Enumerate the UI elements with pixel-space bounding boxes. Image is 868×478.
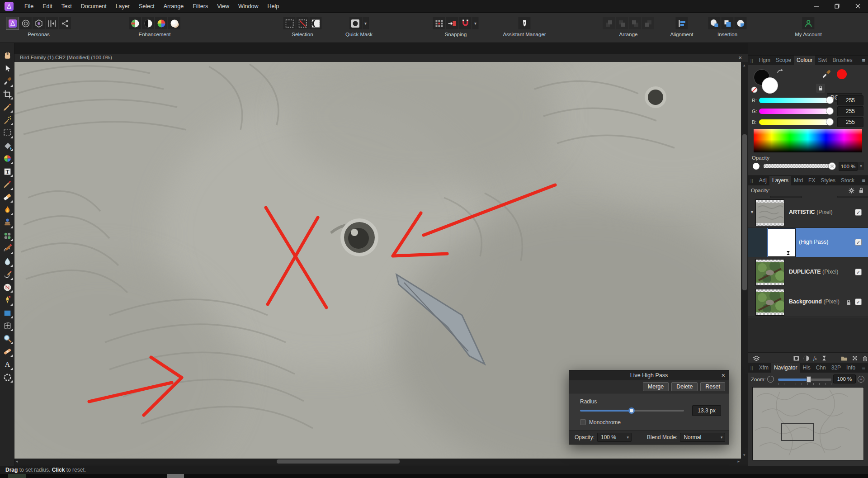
pen-tool[interactable] <box>2 295 12 305</box>
zoom-tool[interactable] <box>2 334 12 344</box>
dialog-blend-mode-select[interactable]: Normal▾ <box>680 433 725 442</box>
group-folder-icon[interactable] <box>840 354 849 363</box>
frame-text-tool[interactable]: T <box>2 166 12 176</box>
close-icon[interactable] <box>847 0 868 13</box>
panel-menu-icon[interactable]: ≡ <box>862 177 865 184</box>
menu-document[interactable]: Document <box>76 0 111 13</box>
channel-value[interactable]: 255 <box>837 95 863 105</box>
tab-32p[interactable]: 32P <box>829 363 844 373</box>
menu-text[interactable]: Text <box>57 0 76 13</box>
layer-visibility-checkbox[interactable]: ✓ <box>855 239 862 246</box>
photo-persona-button[interactable] <box>6 17 19 29</box>
healing-brush-tool[interactable] <box>2 231 12 241</box>
layer-thumbnail[interactable] <box>756 289 784 315</box>
snapping-move-button[interactable] <box>446 17 458 29</box>
opacity-dropdown-icon[interactable]: ▾ <box>858 162 864 170</box>
panel-menu-icon[interactable]: ≡ <box>862 364 865 371</box>
erase-brush-tool[interactable] <box>2 192 12 202</box>
reset-button[interactable]: Reset <box>700 382 725 391</box>
selection-brush-tool[interactable] <box>2 102 12 112</box>
menu-select[interactable]: Select <box>134 0 159 13</box>
menu-help[interactable]: Help <box>263 0 284 13</box>
layer-row[interactable]: Background (Pixel) ✓ <box>748 288 868 317</box>
panel-menu-icon[interactable]: ≡ <box>862 57 865 64</box>
snapping-grid-button[interactable] <box>433 17 445 29</box>
foreground-colour-swatch[interactable] <box>762 77 778 94</box>
layer-lock-icon[interactable] <box>858 187 865 194</box>
menu-edit[interactable]: Edit <box>38 0 57 13</box>
channel-slider[interactable] <box>759 119 832 125</box>
dialog-opacity-select[interactable]: 100 %▾ <box>597 433 632 442</box>
channel-slider[interactable] <box>759 98 832 103</box>
snapping-magnet-button[interactable] <box>459 17 472 29</box>
navigator-view-rectangle[interactable] <box>781 423 814 441</box>
deselect-button[interactable] <box>297 17 309 29</box>
dialog-close-icon[interactable]: × <box>722 370 725 380</box>
quick-mask-button[interactable] <box>349 17 361 29</box>
scroll-right-icon[interactable]: ▸ <box>737 459 740 464</box>
live-filter-icon[interactable] <box>820 354 829 363</box>
radius-slider[interactable] <box>580 410 684 412</box>
export-persona-button[interactable] <box>59 17 71 29</box>
layer-visibility-checkbox[interactable]: ✓ <box>855 209 862 216</box>
minimize-icon[interactable] <box>806 0 826 13</box>
insert-rectangle-button[interactable] <box>722 17 734 29</box>
mesh-warp-tool[interactable] <box>2 321 12 331</box>
paint-brush-tool[interactable] <box>2 180 12 189</box>
panel-grip-icon[interactable]: || <box>750 58 754 63</box>
tab-hgm[interactable]: Hgm <box>756 56 773 65</box>
channel-slider-knob[interactable] <box>826 97 833 104</box>
colour-picker-tool[interactable] <box>2 76 12 86</box>
dropdown-icon[interactable]: ▾ <box>362 17 368 29</box>
opacity-slider-knob[interactable] <box>829 163 835 170</box>
colour-replacement-brush-tool[interactable] <box>2 154 12 164</box>
my-account-button[interactable] <box>802 17 814 29</box>
channel-slider-knob[interactable] <box>826 108 833 114</box>
tab-navigator[interactable]: Navigator <box>771 363 800 373</box>
layer-row-selected[interactable]: (High Pass) ✓ <box>748 228 868 257</box>
tab-layers[interactable]: Layers <box>769 176 791 185</box>
tab-fx[interactable]: FX <box>806 176 818 185</box>
layer-effects-icon[interactable]: fx <box>811 354 820 363</box>
vertical-scrollbar[interactable]: ▴ ▾ <box>741 62 748 459</box>
blur-brush-tool[interactable] <box>2 256 12 266</box>
auto-levels-button[interactable] <box>129 17 141 29</box>
channel-slider-knob[interactable] <box>826 118 833 125</box>
channel-slider[interactable] <box>759 109 832 114</box>
layer-settings-gear-icon[interactable] <box>848 187 855 194</box>
colour-spectrum[interactable] <box>754 129 862 152</box>
assistant-button[interactable] <box>519 17 531 29</box>
crop-tool[interactable] <box>2 89 12 99</box>
channel-value[interactable]: 255 <box>837 106 863 116</box>
view-tool[interactable] <box>2 51 12 61</box>
tab-chn[interactable]: Chn <box>813 363 829 373</box>
dropdown-icon[interactable]: ▾ <box>472 17 479 29</box>
tab-mtd[interactable]: Mtd <box>791 176 806 185</box>
tab-brushes[interactable]: Brushes <box>830 56 855 65</box>
flood-fill-tool[interactable] <box>2 141 12 151</box>
move-tool[interactable] <box>2 63 12 73</box>
shape-tool[interactable] <box>2 372 12 382</box>
develop-persona-button[interactable] <box>33 17 45 29</box>
tab-scope[interactable]: Scope <box>773 56 794 65</box>
tone-mapping-persona-button[interactable] <box>46 17 58 29</box>
vertical-scroll-thumb[interactable] <box>742 134 747 290</box>
menu-file[interactable]: File <box>20 0 38 13</box>
menu-view[interactable]: View <box>212 0 234 13</box>
tab-info[interactable]: Info <box>844 363 858 373</box>
sharpen-brush-tool[interactable] <box>2 282 12 292</box>
radius-slider-knob[interactable] <box>628 407 635 414</box>
auto-colour-button[interactable] <box>155 17 167 29</box>
auto-white-balance-button[interactable] <box>168 17 180 29</box>
maximize-icon[interactable] <box>826 0 847 13</box>
insert-ellipse-button[interactable] <box>708 17 721 29</box>
burn-brush-tool[interactable] <box>2 205 12 215</box>
expand-icon[interactable]: ▼ <box>750 210 754 214</box>
dialog-titlebar[interactable]: Live High Pass × <box>569 370 729 380</box>
zoom-slider[interactable] <box>778 379 831 381</box>
select-all-button[interactable] <box>283 17 296 29</box>
scroll-up-icon[interactable]: ▴ <box>743 62 745 68</box>
zoom-in-icon[interactable]: + <box>858 376 864 383</box>
panel-grip-icon[interactable]: || <box>750 179 754 183</box>
layers-stack-icon[interactable] <box>752 354 761 363</box>
